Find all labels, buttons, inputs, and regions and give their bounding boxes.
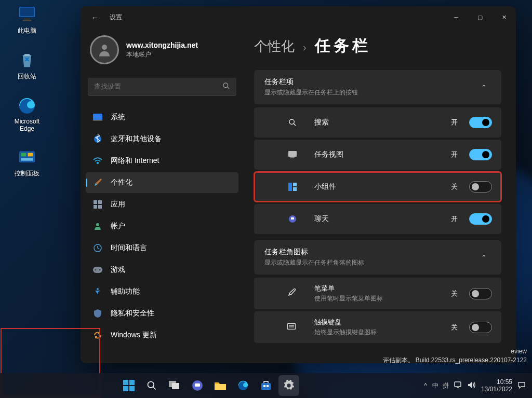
nav-bluetooth[interactable]: 蓝牙和其他设备 <box>86 129 238 149</box>
crumb-parent[interactable]: 个性化 <box>254 37 295 56</box>
svg-rect-48 <box>215 384 226 390</box>
svg-point-15 <box>97 162 99 164</box>
desktop-edge[interactable]: Microsoft Edge <box>6 93 48 134</box>
svg-point-9 <box>102 45 107 50</box>
svg-rect-39 <box>129 380 135 385</box>
keyboard-icon <box>287 323 296 331</box>
row-touch-keyboard[interactable]: 触摸键盘 始终显示触摸键盘图标 关 <box>254 311 501 343</box>
section-head-items[interactable]: 任务栏项 显示或隐藏显示在任务栏上的按钮 ⌃ <box>254 70 501 104</box>
desktop-recycle-bin[interactable]: 回收站 <box>6 48 48 83</box>
svg-point-24 <box>99 269 100 270</box>
chat-icon <box>192 380 203 391</box>
user-block[interactable]: www.xitongzhijia.net 本地帐户 <box>86 32 238 76</box>
brush-icon <box>93 178 102 187</box>
nav-accounts[interactable]: 帐户 <box>86 216 238 237</box>
toggle-widgets[interactable] <box>469 181 492 193</box>
store-icon <box>260 380 272 391</box>
nav-time-language[interactable]: 时间和语言 <box>86 238 238 258</box>
back-button[interactable]: ← <box>81 13 110 22</box>
toggle-search[interactable] <box>469 117 492 128</box>
svg-rect-1 <box>20 8 34 17</box>
svg-rect-17 <box>98 200 102 204</box>
taskview-icon <box>169 381 180 390</box>
svg-rect-16 <box>94 200 97 204</box>
recycle-icon <box>17 50 37 71</box>
ime-indicator[interactable]: 中 拼 <box>432 381 449 390</box>
row-search[interactable]: 搜索 开 <box>254 107 501 138</box>
taskbar-edge[interactable] <box>233 375 254 396</box>
svg-rect-47 <box>195 383 200 387</box>
taskbar: ^ 中 拼 10:55 13/01/2022 <box>0 373 532 398</box>
svg-point-42 <box>148 382 154 388</box>
nav-accessibility[interactable]: 辅助功能 <box>86 281 238 302</box>
svg-rect-8 <box>21 158 33 161</box>
toggle-pen-menu[interactable] <box>469 288 492 299</box>
svg-rect-19 <box>98 205 102 209</box>
content-pane: 个性化 › 任务栏 任务栏项 显示或隐藏显示在任务栏上的按钮 ⌃ 搜索 开 <box>242 28 516 363</box>
taskbar-store[interactable] <box>256 375 276 396</box>
nav-system[interactable]: 系统 <box>86 107 238 128</box>
nav-personalization[interactable]: 个性化 <box>86 172 238 193</box>
search-input[interactable] <box>94 83 222 90</box>
svg-point-20 <box>96 223 99 226</box>
svg-rect-30 <box>288 183 292 191</box>
toggle-touch-keyboard[interactable] <box>469 322 492 333</box>
svg-rect-7 <box>28 153 33 157</box>
settings-window: ← 设置 ─ ▢ ✕ www.xitongzhijia.net 本地帐户 <box>81 6 516 363</box>
svg-rect-34 <box>291 217 294 219</box>
chat-icon <box>287 215 298 223</box>
chevron-up-icon: ⌃ <box>476 80 491 94</box>
apps-icon <box>93 200 102 209</box>
chevron-right-icon: › <box>303 42 307 53</box>
network-tray-icon[interactable] <box>454 381 462 390</box>
pen-icon <box>287 289 296 298</box>
nav-windows-update[interactable]: Windows 更新 <box>86 325 238 346</box>
start-button[interactable] <box>118 375 139 396</box>
section-taskbar-items: 任务栏项 显示或隐藏显示在任务栏上的按钮 ⌃ <box>254 70 501 104</box>
taskbar-taskview[interactable] <box>164 375 185 396</box>
svg-point-10 <box>223 83 228 87</box>
svg-rect-22 <box>93 267 102 273</box>
toggle-chat[interactable] <box>469 213 492 225</box>
system-icon <box>93 113 102 122</box>
svg-rect-29 <box>290 157 295 158</box>
windows-icon <box>123 380 135 391</box>
taskbar-search[interactable] <box>141 375 162 396</box>
person-icon <box>97 42 112 58</box>
desktop-this-pc[interactable]: 此电脑 <box>6 2 48 37</box>
close-button[interactable]: ✕ <box>492 6 516 28</box>
toggle-taskview[interactable] <box>469 149 492 160</box>
volume-tray-icon[interactable] <box>468 381 476 390</box>
edge-icon <box>17 95 37 116</box>
minimize-button[interactable]: ─ <box>444 6 468 28</box>
nav-privacy[interactable]: 隐私和安全性 <box>86 303 238 324</box>
taskbar-settings[interactable] <box>278 375 299 396</box>
desktop-control-panel[interactable]: 控制面板 <box>6 145 48 180</box>
row-chat[interactable]: 聊天 开 <box>254 204 501 234</box>
bluetooth-icon <box>93 134 102 144</box>
svg-point-23 <box>95 269 96 270</box>
nav-gaming[interactable]: 游戏 <box>86 259 238 280</box>
section-head-corner[interactable]: 任务栏角图标 显示或隐藏显示在任务栏角落的图标 ⌃ <box>254 240 501 275</box>
search-box[interactable] <box>88 78 236 95</box>
nav-network[interactable]: 网络和 Internet <box>86 150 238 171</box>
clock[interactable]: 10:55 13/01/2022 <box>481 378 512 393</box>
taskbar-chat[interactable] <box>187 375 208 396</box>
svg-rect-31 <box>293 183 297 186</box>
svg-rect-52 <box>267 385 269 387</box>
svg-rect-28 <box>288 151 297 157</box>
widgets-icon <box>287 183 298 191</box>
svg-rect-40 <box>123 386 128 391</box>
search-icon <box>222 82 230 91</box>
monitor-icon <box>17 4 37 25</box>
nav-apps[interactable]: 应用 <box>86 194 238 215</box>
row-pen-menu[interactable]: 笔菜单 使用笔时显示笔菜单图标 关 <box>254 278 501 309</box>
row-taskview[interactable]: 任务视图 开 <box>254 140 501 170</box>
tray-chevron[interactable]: ^ <box>424 382 427 389</box>
row-widgets[interactable]: 小组件 关 <box>254 172 501 202</box>
svg-rect-3 <box>23 20 32 21</box>
notifications-icon[interactable] <box>517 381 526 391</box>
maximize-button[interactable]: ▢ <box>468 6 492 28</box>
svg-rect-13 <box>93 120 102 121</box>
taskbar-explorer[interactable] <box>210 375 231 396</box>
